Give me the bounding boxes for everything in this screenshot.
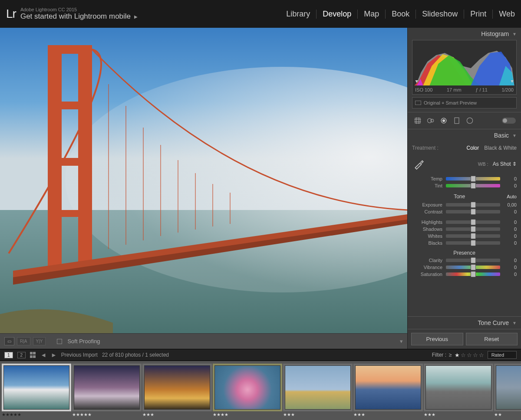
- thumb-rating: ★★★: [424, 411, 493, 417]
- module-map[interactable]: Map: [358, 10, 386, 19]
- filmstrip-thumb[interactable]: ★★: [494, 364, 521, 417]
- toolbar-options-dropdown[interactable]: ▾: [400, 338, 403, 345]
- clarity-slider[interactable]: [446, 259, 500, 262]
- soft-proof-checkbox[interactable]: [57, 339, 62, 344]
- thumb-rating: ★★: [494, 411, 521, 417]
- filmstrip-thumb[interactable]: ★★★: [424, 364, 493, 417]
- tint-slider[interactable]: [446, 184, 500, 187]
- thumb-rating: ★★★: [353, 411, 423, 417]
- app-logo: Lr: [6, 7, 16, 21]
- histogram-aperture: ƒ / 11: [475, 87, 488, 92]
- filmstrip[interactable]: ★★★★★★★★★★★★★★★★★★★★★★★★★★★★: [0, 361, 521, 420]
- chevron-down-icon: ▼: [512, 321, 517, 325]
- module-picker: Library Develop Map Book Slideshow Print…: [280, 10, 515, 19]
- filter-stars[interactable]: ★☆☆☆☆: [455, 352, 485, 358]
- grid-view-icon[interactable]: [30, 352, 36, 358]
- thumb-rating: ★★★★★: [2, 411, 71, 417]
- filmstrip-thumb[interactable]: ★★★★★: [2, 364, 71, 417]
- histogram-iso: ISO 100: [415, 87, 432, 92]
- clarity-value[interactable]: 0: [504, 258, 517, 263]
- blacks-value[interactable]: 0: [504, 240, 517, 246]
- exposure-slider[interactable]: [446, 203, 500, 207]
- radial-tool-icon[interactable]: [465, 116, 475, 125]
- tint-label: Tint: [412, 183, 442, 188]
- temp-label: Temp: [412, 176, 442, 181]
- module-book[interactable]: Book: [386, 10, 416, 19]
- tool-mask-toggle[interactable]: [502, 118, 516, 124]
- histogram-focal: 17 mm: [447, 87, 462, 92]
- filter-operator[interactable]: ≥: [449, 352, 452, 358]
- highlights-value[interactable]: 0: [504, 220, 517, 225]
- treatment-color[interactable]: Color: [467, 145, 479, 151]
- module-slideshow[interactable]: Slideshow: [416, 10, 464, 19]
- treatment-label: Treatment :: [412, 145, 439, 151]
- redeye-tool-icon[interactable]: [439, 116, 448, 125]
- histogram-shutter: 1/200: [501, 87, 514, 92]
- mobile-promo-link[interactable]: Get started with Lightroom mobile ▶: [20, 12, 138, 21]
- monitor-2-badge[interactable]: 2: [17, 352, 26, 358]
- monitor-1-badge[interactable]: 1: [4, 352, 13, 358]
- whites-value[interactable]: 0: [504, 233, 517, 239]
- nav-back-icon[interactable]: ◄: [40, 351, 46, 358]
- histogram-header[interactable]: Histogram ▼: [408, 28, 521, 40]
- filmstrip-thumb[interactable]: ★★★: [283, 364, 353, 417]
- wb-eyedropper-icon[interactable]: [412, 157, 426, 171]
- tonecurve-header[interactable]: Tone Curve ▼: [408, 316, 521, 329]
- loupe-view-button[interactable]: ▭: [4, 337, 14, 345]
- before-after-lr-button[interactable]: R|A: [17, 337, 30, 345]
- clarity-label: Clarity: [412, 258, 442, 263]
- soft-proof-label: Soft Proofing: [67, 338, 100, 345]
- wb-dropdown[interactable]: As Shot ⇕: [493, 161, 517, 167]
- module-library[interactable]: Library: [280, 10, 317, 19]
- saturation-slider[interactable]: [446, 272, 500, 276]
- contrast-slider[interactable]: [446, 210, 500, 213]
- reset-button[interactable]: Reset: [466, 333, 518, 345]
- saturation-value[interactable]: 0: [504, 272, 517, 277]
- nav-forward-icon[interactable]: ►: [51, 351, 57, 358]
- histogram[interactable]: ISO 100 17 mm ƒ / 11 1/200: [412, 40, 517, 95]
- highlights-slider[interactable]: [446, 220, 500, 224]
- module-print[interactable]: Print: [464, 10, 493, 19]
- before-after-tb-button[interactable]: Y|Y: [33, 337, 46, 345]
- thumb-rating: ★★★: [142, 411, 212, 417]
- treatment-bw[interactable]: Black & White: [484, 145, 517, 151]
- develop-toolbar: ▭ R|A Y|Y Soft Proofing ▾: [0, 333, 407, 349]
- spot-removal-icon[interactable]: [426, 116, 435, 125]
- shadows-value[interactable]: 0: [504, 226, 517, 232]
- vibrance-value[interactable]: 0: [504, 265, 517, 270]
- filmstrip-thumb[interactable]: ★★★: [142, 364, 212, 417]
- whites-label: Whites: [412, 233, 442, 239]
- blacks-label: Blacks: [412, 240, 442, 246]
- shadows-slider[interactable]: [446, 227, 500, 231]
- tint-value[interactable]: 0: [504, 183, 517, 188]
- whites-slider[interactable]: [446, 234, 500, 238]
- temp-slider[interactable]: [446, 177, 500, 180]
- crop-tool-icon[interactable]: [413, 116, 422, 125]
- gradient-tool-icon[interactable]: [452, 116, 462, 125]
- auto-tone-button[interactable]: Auto: [507, 194, 517, 199]
- chevron-down-icon: ▼: [512, 32, 517, 36]
- temp-value[interactable]: 0: [504, 176, 517, 181]
- preview-mode-row[interactable]: Original + Smart Preview: [412, 97, 517, 108]
- contrast-value[interactable]: 0: [504, 209, 517, 214]
- app-name-label: Adobe Lightroom CC 2015: [20, 7, 138, 12]
- blacks-slider[interactable]: [446, 241, 500, 245]
- previous-button[interactable]: Previous: [411, 333, 463, 345]
- vibrance-slider[interactable]: [446, 266, 500, 269]
- contrast-label: Contrast: [412, 209, 442, 214]
- exposure-value[interactable]: 0,00: [504, 202, 517, 207]
- presence-section-label: Presence: [412, 246, 517, 257]
- svg-rect-28: [415, 118, 420, 123]
- filmstrip-thumb[interactable]: ★★★★: [213, 364, 282, 417]
- filmstrip-source[interactable]: Previous Import: [61, 352, 98, 358]
- module-web[interactable]: Web: [493, 10, 515, 19]
- basic-header[interactable]: Basic ▼: [408, 129, 521, 141]
- filmstrip-thumb[interactable]: ★★★★★: [72, 364, 142, 417]
- photo-preview[interactable]: [0, 28, 407, 333]
- svg-point-34: [431, 119, 434, 122]
- filmstrip-thumb[interactable]: ★★★: [353, 364, 423, 417]
- image-area: ▭ R|A Y|Y Soft Proofing ▾: [0, 28, 407, 349]
- filter-dropdown[interactable]: Rated: [488, 351, 517, 359]
- module-develop[interactable]: Develop: [317, 10, 358, 19]
- svg-point-38: [467, 118, 472, 123]
